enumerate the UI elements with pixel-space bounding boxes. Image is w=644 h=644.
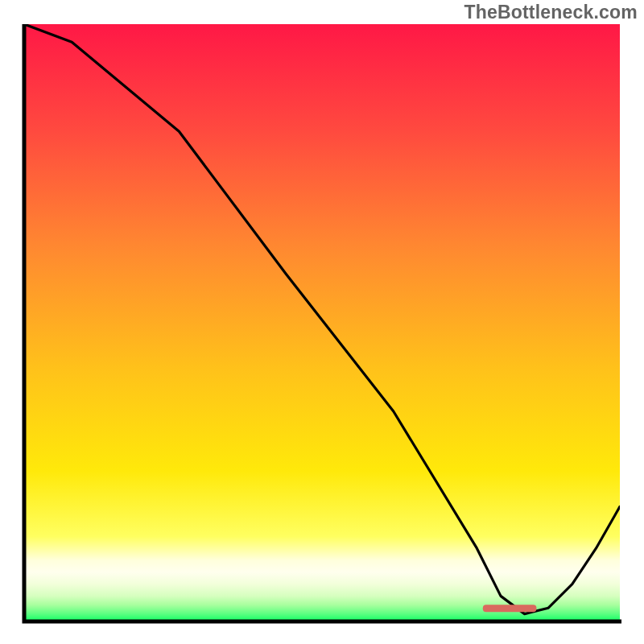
- bottleneck-chart: [0, 0, 644, 644]
- optimum-marker: [483, 605, 537, 612]
- watermark-label: TheBottleneck.com: [464, 2, 638, 23]
- chart-stage: TheBottleneck.com: [0, 0, 644, 644]
